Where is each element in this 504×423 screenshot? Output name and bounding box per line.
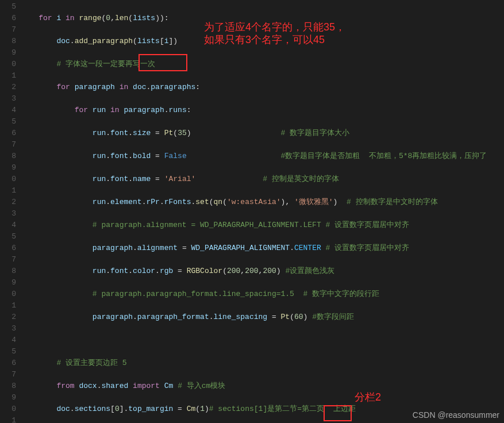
code-area[interactable]: for i in range(0,len(lists)): doc.add_pa…: [21, 1, 504, 423]
watermark: CSDN @reasonsummer: [413, 409, 499, 421]
line-gutter: 56789 01234 56789 01234 56789 01234 5678…: [0, 1, 21, 423]
code-editor[interactable]: 56789 01234 56789 01234 56789 01234 5678…: [0, 0, 504, 423]
